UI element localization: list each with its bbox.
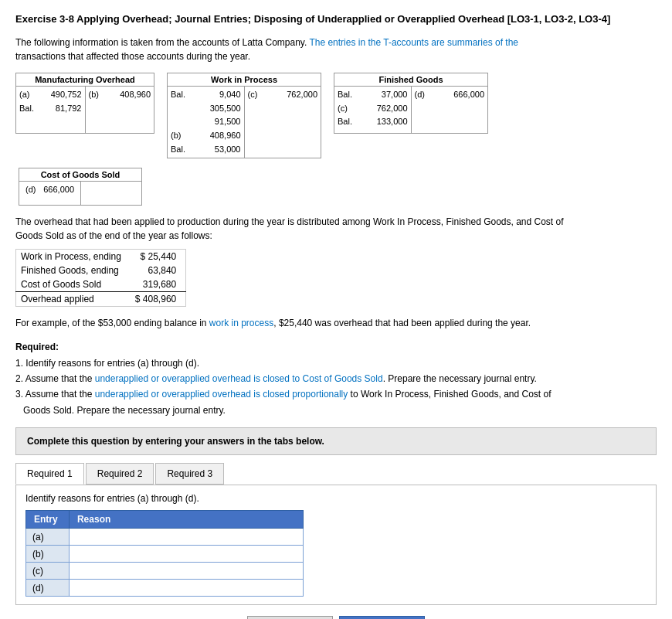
prev-button[interactable]: < Required 1 [247, 616, 333, 619]
tabs-container: Required 1 Required 2 Required 3 [15, 463, 657, 485]
table-row: (d) [26, 580, 304, 597]
intro-text: The following information is taken from … [15, 36, 657, 63]
required-item-1: 1. Identify reasons for entries (a) thro… [15, 358, 199, 369]
t-account-mfg-title: Manufacturing Overhead [16, 73, 154, 87]
reason-col-header: Reason [69, 511, 303, 529]
distribution-table: Work in Process, ending $ 25,440 Finishe… [15, 249, 186, 307]
table-row: (c) [26, 563, 304, 580]
entry-c-reason[interactable] [69, 563, 303, 580]
tab-required-3[interactable]: Required 3 [155, 463, 224, 485]
page-title: Exercise 3-8 Applying Overhead; Journal … [15, 12, 657, 26]
t-account-cogs-left: (d)666,000 [19, 182, 81, 205]
entry-c-input[interactable] [76, 566, 297, 576]
t-account-mfg-right: (b)408,960 [86, 87, 154, 133]
overhead-distribution-section: The overhead that had been applied to pr… [15, 215, 657, 307]
t-account-manufacturing-overhead: Manufacturing Overhead (a)490,752 Bal.81… [15, 73, 154, 134]
dist-row-total: Overhead applied $ 408,960 [16, 292, 186, 307]
tab-instruction: Identify reasons for entries (a) through… [25, 493, 647, 504]
t-account-fg-title: Finished Goods [334, 73, 487, 87]
dist-row-wip: Work in Process, ending $ 25,440 [16, 250, 186, 264]
entry-a-label: (a) [26, 529, 70, 546]
dist-value-total: $ 408,960 [131, 292, 186, 307]
next-button[interactable]: Required 2 > [339, 616, 425, 619]
overhead-distribution-text: The overhead that had been applied to pr… [15, 215, 657, 243]
entry-b-label: (b) [26, 546, 70, 563]
dist-label-wip: Work in Process, ending [16, 250, 131, 264]
t-account-cogs: Cost of Goods Sold (d)666,000 [19, 168, 142, 206]
cogs-section: Cost of Goods Sold (d)666,000 [19, 168, 657, 206]
entry-b-input[interactable] [76, 549, 297, 559]
t-account-fg-right: (d)666,000 [412, 87, 488, 133]
t-account-wip-right: (c)762,000 [245, 87, 321, 158]
required-item-3: 3. Assume that the underapplied or overa… [15, 389, 552, 415]
t-account-fg-left: Bal.37,000 (c)762,000 Bal.133,000 [334, 87, 412, 133]
entry-d-reason[interactable] [69, 580, 303, 597]
t-account-wip-left: Bal.9,040 305,500 91,500 (b)408,960 Bal.… [168, 87, 245, 158]
dist-value-cogs: 319,680 [131, 277, 186, 292]
entry-a-input[interactable] [76, 532, 297, 542]
required-section: Required: 1. Identify reasons for entrie… [15, 339, 657, 418]
example-text: For example, of the $53,000 ending balan… [15, 316, 657, 330]
complete-box: Complete this question by entering your … [15, 427, 657, 455]
tab-required-2[interactable]: Required 2 [86, 463, 154, 485]
dist-label-cogs: Cost of Goods Sold [16, 277, 131, 292]
required-label: Required: [15, 342, 59, 352]
complete-box-text: Complete this question by entering your … [27, 436, 324, 447]
nav-buttons: < Required 1 Required 2 > [15, 616, 657, 619]
tab-required-1[interactable]: Required 1 [15, 463, 84, 485]
dist-row-fg: Finished Goods, ending 63,840 [16, 264, 186, 277]
dist-row-cogs: Cost of Goods Sold 319,680 [16, 277, 186, 292]
entry-b-reason[interactable] [69, 546, 303, 563]
t-account-wip-title: Work in Process [168, 73, 321, 87]
entry-col-header: Entry [26, 511, 70, 529]
t-account-mfg-left: (a)490,752 Bal.81,792 [16, 87, 86, 133]
entry-d-input[interactable] [76, 583, 297, 593]
dist-value-wip: $ 25,440 [131, 250, 186, 264]
t-account-cogs-title: Cost of Goods Sold [19, 168, 141, 182]
required-item-2: 2. Assume that the underapplied or overa… [15, 373, 537, 384]
tab-content-required-1: Identify reasons for entries (a) through… [15, 485, 657, 605]
t-accounts-section: Manufacturing Overhead (a)490,752 Bal.81… [15, 73, 657, 158]
t-account-wip: Work in Process Bal.9,040 305,500 91,500… [167, 73, 321, 158]
entry-table-header-row: Entry Reason [26, 511, 304, 529]
table-row: (b) [26, 546, 304, 563]
dist-value-fg: 63,840 [131, 264, 186, 277]
entry-table: Entry Reason (a) (b) (c) (d) [25, 510, 304, 597]
dist-label-total: Overhead applied [16, 292, 131, 307]
dist-label-fg: Finished Goods, ending [16, 264, 131, 277]
entry-a-reason[interactable] [69, 529, 303, 546]
t-account-finished-goods: Finished Goods Bal.37,000 (c)762,000 Bal… [334, 73, 488, 134]
table-row: (a) [26, 529, 304, 546]
entry-d-label: (d) [26, 580, 70, 597]
entry-c-label: (c) [26, 563, 70, 580]
